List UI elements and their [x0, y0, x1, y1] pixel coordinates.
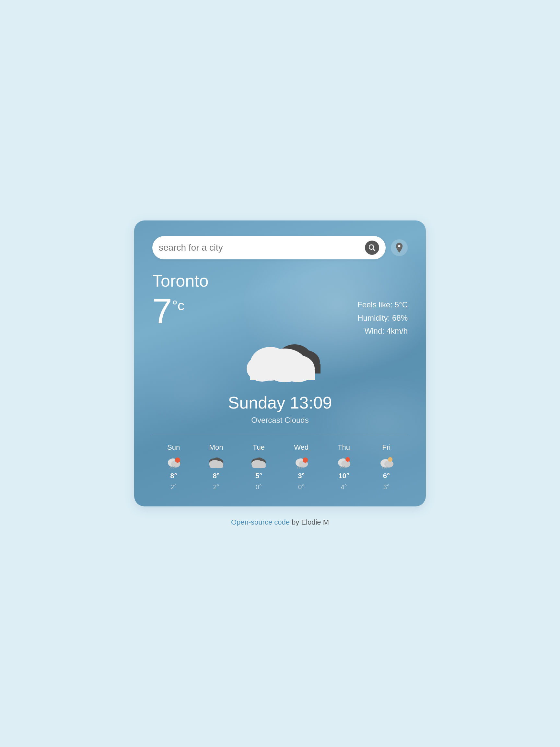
- forecast-high: 8°: [170, 472, 177, 480]
- svg-line-42: [340, 467, 341, 468]
- forecast-day-label: Fri: [382, 443, 391, 452]
- search-input[interactable]: [159, 242, 362, 253]
- city-name: Toronto: [152, 271, 408, 290]
- search-icon-wrap: [365, 240, 379, 255]
- forecast-thu-icon: [336, 455, 352, 468]
- svg-point-41: [345, 457, 350, 462]
- footer-suffix: by Elodie M: [290, 518, 329, 526]
- svg-line-1: [373, 249, 375, 251]
- forecast-high: 10°: [338, 472, 349, 480]
- forecast-low: 0°: [256, 483, 262, 491]
- forecast-low: 3°: [383, 483, 390, 491]
- feels-like: Feels like: 5°C: [357, 298, 408, 312]
- weather-icon-area: [152, 335, 408, 386]
- forecast-high: 8°: [213, 472, 219, 480]
- forecast-wed: Wed 3° 0°: [280, 443, 322, 491]
- svg-line-17: [172, 467, 172, 468]
- forecast-tue: Tue 5° 0°: [238, 443, 280, 491]
- forecast-low: 0°: [298, 483, 304, 491]
- forecast-sun-icon: [166, 455, 182, 468]
- svg-point-47: [388, 457, 393, 462]
- forecast-day-label: Thu: [338, 443, 350, 452]
- svg-line-16: [170, 467, 170, 468]
- forecast-thu: Thu 10° 4°: [322, 443, 365, 491]
- humidity: Humidity: 68%: [357, 312, 408, 325]
- forecast-high: 6°: [383, 472, 390, 480]
- forecast-fri-icon: [378, 455, 394, 468]
- forecast-row: Sun 8° 2° Mon: [152, 443, 408, 491]
- forecast-day-label: Tue: [253, 443, 265, 452]
- forecast-day-label: Mon: [209, 443, 223, 452]
- forecast-low: 2°: [170, 483, 177, 491]
- search-row: [152, 236, 408, 259]
- forecast-high: 3°: [298, 472, 304, 480]
- location-icon: [395, 242, 404, 253]
- svg-point-35: [303, 458, 308, 463]
- svg-rect-12: [250, 369, 315, 375]
- temperature-display: 7 °c: [152, 293, 184, 329]
- forecast-day-label: Sun: [167, 443, 180, 452]
- footer: Open-source code by Elodie M: [231, 518, 329, 526]
- temp-unit: °c: [172, 299, 184, 313]
- forecast-low: 2°: [213, 483, 219, 491]
- search-icon: [369, 244, 376, 251]
- svg-rect-32: [252, 465, 266, 468]
- footer-link[interactable]: Open-source code: [231, 518, 290, 526]
- temp-value: 7: [152, 293, 172, 329]
- svg-point-46: [384, 460, 394, 467]
- forecast-mon: Mon 8° 2°: [195, 443, 237, 491]
- svg-rect-25: [210, 465, 223, 468]
- location-button[interactable]: [391, 239, 408, 256]
- datetime-display: Sunday 13:09: [152, 393, 408, 412]
- forecast-low: 4°: [341, 483, 347, 491]
- weather-card: Toronto 7 °c Feels like: 5°C Humidity: 6…: [134, 221, 426, 507]
- svg-point-2: [398, 245, 401, 247]
- svg-point-15: [175, 458, 180, 463]
- forecast-fri: Fri 6° 3°: [365, 443, 408, 491]
- svg-line-48: [382, 467, 383, 468]
- main-weather-row: 7 °c Feels like: 5°C Humidity: 68% Wind:…: [152, 293, 408, 338]
- svg-line-36: [297, 467, 298, 468]
- condition-display: Overcast Clouds: [152, 416, 408, 425]
- forecast-day-label: Wed: [294, 443, 309, 452]
- svg-line-43: [342, 467, 343, 468]
- forecast-tue-icon: [251, 455, 266, 468]
- forecast-wed-icon: [294, 455, 309, 468]
- search-box: [152, 236, 385, 259]
- section-divider: [152, 434, 408, 434]
- forecast-high: 5°: [256, 472, 262, 480]
- forecast-sun: Sun 8° 2°: [152, 443, 195, 491]
- weather-details: Feels like: 5°C Humidity: 68% Wind: 4km/…: [357, 298, 408, 338]
- forecast-mon-icon: [208, 455, 224, 468]
- overcast-cloud-icon: [235, 335, 325, 386]
- svg-line-37: [299, 467, 300, 468]
